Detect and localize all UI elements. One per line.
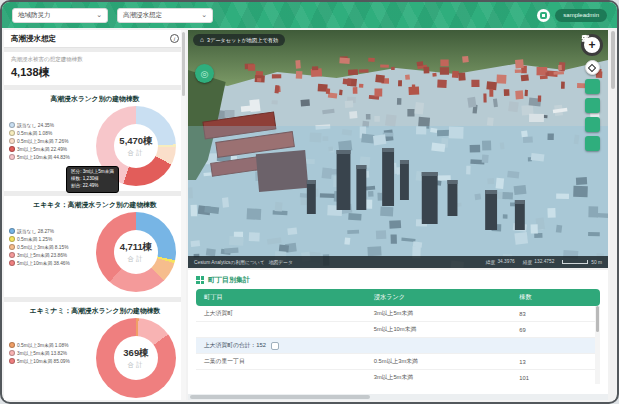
legend-label: 3m以上5m未満 23.86%	[17, 252, 67, 258]
total-buildings-card: 高潮浸水被害の想定建物棟数 4,138棟	[4, 52, 186, 85]
legend-item[interactable]: 0.5m以上3m未満 8.15%	[9, 244, 70, 250]
chart-card-ekiminami: エキミナミ：高潮浸水ランク別の建物棟数 369棟 合計 0.5m以上3m未満 1…	[4, 302, 186, 400]
legend-label: 0.5m以上3m未満 8.15%	[17, 244, 68, 250]
sidebar-scrollbar[interactable]	[181, 30, 186, 400]
chart-title: エキミナミ：高潮浸水ランク別の建物棟数	[4, 306, 186, 316]
donut-chart[interactable]	[96, 318, 176, 398]
table-scrollbar[interactable]	[595, 306, 600, 384]
compass-home-button[interactable]	[585, 60, 600, 75]
cell-area: 二葉の里一丁目	[196, 357, 374, 366]
app-logo-icon	[537, 9, 550, 22]
table-summary-row[interactable]: 上大須賀町の合計：152	[196, 338, 600, 354]
cell-area: 上大須賀町	[196, 309, 374, 318]
longitude-readout: 経度132.4752	[523, 259, 555, 265]
legend-label: 0.5m以上3m未満 1.08%	[17, 342, 68, 348]
legend-item[interactable]: 0.5m未満 1.08%	[9, 130, 70, 136]
legend-label: 該当なし 24.35%	[17, 122, 54, 128]
map-render	[188, 30, 608, 268]
legend-swatch	[9, 154, 15, 160]
cell-rank: 3m以上5m未満	[374, 309, 519, 318]
col-rank: 浸水ランク	[374, 293, 519, 302]
cesium-terms-link[interactable]: Cesium Analyticsの利用について	[194, 259, 265, 265]
sparkle-icon	[581, 34, 590, 43]
legend-item[interactable]: 3m以上5m未満 23.86%	[9, 252, 70, 258]
cell-rank: 5m以上10m未満	[374, 325, 519, 334]
chart-legend: 該当なし 28.27%0.5m未満 1.25%0.5m以上3m未満 8.15%3…	[9, 228, 70, 266]
legend-swatch	[9, 358, 15, 364]
table-row[interactable]: 5m以上10m未満69	[196, 322, 600, 338]
legend-item[interactable]: 該当なし 28.27%	[9, 228, 70, 234]
legend-item[interactable]: 0.5m以上3m未満 1.08%	[9, 342, 70, 348]
locate-story-button[interactable]: ◎	[195, 64, 214, 83]
legend-label: 3m以上5m未満 22.49%	[17, 146, 67, 152]
aggregation-panel: 町丁目別集計 町丁目 浸水ランク 棟数 上大須賀町3m以上5m未満835m以上1…	[188, 270, 608, 400]
cell-count: 69	[519, 327, 600, 333]
donut-chart[interactable]	[96, 212, 176, 292]
stat-value: 4,138棟	[11, 65, 179, 80]
legend-swatch	[9, 138, 15, 144]
table-row[interactable]: 上大須賀町3m以上5m未満83	[196, 306, 600, 322]
expand-icon[interactable]	[271, 342, 279, 350]
map-3d-view[interactable]: ⌂ 3データセットが地図上で有効 ◎ +	[188, 30, 608, 268]
legend-item[interactable]: 0.5m未満 1.25%	[9, 236, 70, 242]
dataset-active-banner: ⌂ 3データセットが地図上で有効	[193, 34, 285, 46]
legend-item[interactable]: 5m以上10m未満 44.83%	[9, 154, 70, 160]
legend-item[interactable]: 5m以上10m未満 85.09%	[9, 358, 70, 364]
legend-label: 5m以上10m未満 85.09%	[17, 358, 70, 364]
legend-item[interactable]: 0.5m以上3m未満 7.26%	[9, 138, 70, 144]
legend-swatch	[9, 130, 15, 136]
chart-legend: 該当なし 24.35%0.5m未満 1.08%0.5m以上3m未満 7.26%3…	[9, 122, 70, 160]
scale-bar	[562, 260, 588, 264]
table-body: 上大須賀町3m以上5m未満835m以上10m未満69上大須賀町の合計：152二葉…	[196, 306, 600, 384]
summary-label: 上大須賀町の合計：152	[196, 341, 266, 350]
page-scrollbar[interactable]	[610, 30, 616, 400]
user-name: sampleadmin	[563, 12, 599, 18]
legend-label: 0.5m未満 1.08%	[17, 130, 52, 136]
col-count: 棟数	[519, 293, 600, 302]
legend-item[interactable]: 5m以上10m未満 38.46%	[9, 260, 70, 266]
sketch-tools-button[interactable]	[585, 136, 600, 151]
map-data-link[interactable]: 地図データ	[269, 259, 293, 265]
chart-tooltip: 区分: 3m以上5m未満 棟数: 1,230棟 割合: 22.49%	[66, 166, 119, 193]
legend-label: 0.5m未満 1.25%	[17, 236, 52, 242]
chevron-down-icon: ⌄	[96, 11, 102, 19]
legend-swatch	[9, 122, 15, 128]
legend-swatch	[9, 350, 15, 356]
cell-count: 83	[519, 311, 600, 317]
analysis-sidebar: 高潮浸水想定 i 高潮浸水被害の想定建物棟数 4,138棟 高潮浸水ランク別の建…	[4, 30, 186, 400]
legend-item[interactable]: 該当なし 24.35%	[9, 122, 70, 128]
legend-item[interactable]: 3m以上5m未満 13.82%	[9, 350, 70, 356]
chart-card-overall: 高潮浸水ランク別の建物棟数 5,470棟 合計 該当なし 24.35%0.5m未…	[4, 90, 186, 191]
horizontal-scrollbar[interactable]	[188, 394, 608, 400]
layer-dropdown[interactable]: 高潮浸水想定 ⌄	[117, 8, 213, 23]
banner-text: 3データセットが地図上で有効	[207, 37, 278, 44]
table-row[interactable]: 二葉の里一丁目0.5m以上3m未満13	[196, 354, 600, 370]
chart-title: エキキタ：高潮浸水ランク別の建物棟数	[4, 200, 186, 210]
home-icon: ⌂	[200, 37, 204, 44]
info-icon[interactable]: i	[170, 34, 179, 43]
layer-list-button[interactable]	[585, 98, 600, 113]
chart-title: 高潮浸水ランク別の建物棟数	[4, 94, 186, 104]
cell-rank: 0.5m以上3m未満	[374, 357, 519, 366]
dataset-dropdown[interactable]: 地域防災力 ⌄	[12, 8, 108, 23]
legend-label: 0.5m以上3m未満 7.26%	[17, 138, 68, 144]
map-attribution-bar: Cesium Analyticsの利用について 地図データ 緯度34.3976 …	[188, 256, 608, 268]
legend-swatch	[9, 146, 15, 152]
search-button[interactable]	[585, 117, 600, 132]
user-account-button[interactable]: sampleadmin	[555, 9, 607, 22]
legend-item[interactable]: 3m以上5m未満 22.49%	[9, 146, 70, 152]
latitude-readout: 緯度34.3976	[486, 259, 515, 265]
legend-label: 5m以上10m未満 38.46%	[17, 260, 70, 266]
col-area: 町丁目	[196, 293, 374, 302]
app-window: 地域防災力 ⌄ 高潮浸水想定 ⌄ sampleadmin 高潮浸水想定 i 高潮…	[0, 0, 619, 404]
table-row[interactable]: 3m以上5m未満101	[196, 370, 600, 384]
legend-swatch	[9, 342, 15, 348]
settings-sliders-button[interactable]	[585, 79, 600, 94]
stat-label: 高潮浸水被害の想定建物棟数	[11, 56, 179, 63]
legend-label: 3m以上5m未満 13.82%	[17, 350, 67, 356]
legend-label: 該当なし 28.27%	[17, 228, 54, 234]
legend-label: 5m以上10m未満 44.83%	[17, 154, 70, 160]
legend-swatch	[9, 236, 15, 242]
top-header: 地域防災力 ⌄ 高潮浸水想定 ⌄ sampleadmin	[2, 2, 617, 28]
table-title: 町丁目別集計	[208, 275, 250, 285]
